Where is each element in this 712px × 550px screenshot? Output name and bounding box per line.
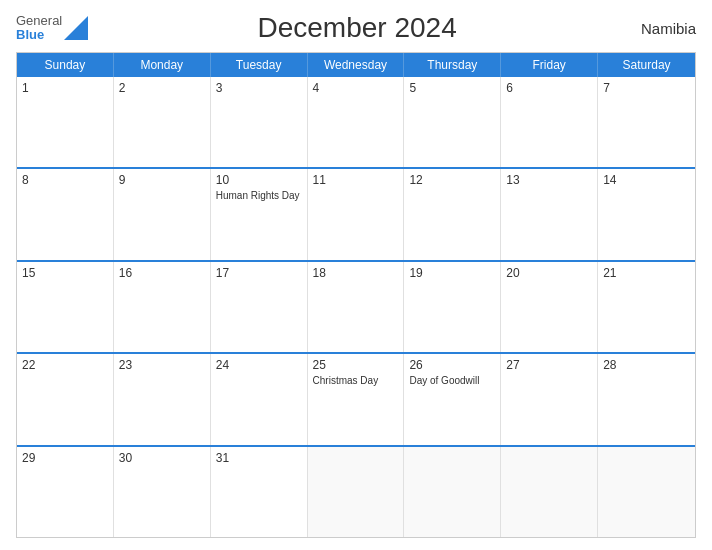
day-cell: 8 [17, 169, 114, 259]
calendar-title: December 2024 [88, 12, 626, 44]
day-cell: 26Day of Goodwill [404, 354, 501, 444]
day-number: 29 [22, 451, 108, 465]
event-text: Day of Goodwill [409, 374, 495, 387]
page: General Blue December 2024 Namibia Sunda… [0, 0, 712, 550]
day-cell: 10Human Rights Day [211, 169, 308, 259]
header: General Blue December 2024 Namibia [16, 12, 696, 44]
day-number: 25 [313, 358, 399, 372]
week-row-4: 22232425Christmas Day26Day of Goodwill27… [17, 352, 695, 444]
day-cell: 24 [211, 354, 308, 444]
day-number: 21 [603, 266, 690, 280]
day-cell: 13 [501, 169, 598, 259]
day-number: 24 [216, 358, 302, 372]
day-cell [404, 447, 501, 537]
day-cell: 17 [211, 262, 308, 352]
day-cell: 16 [114, 262, 211, 352]
day-number: 6 [506, 81, 592, 95]
day-number: 27 [506, 358, 592, 372]
week-row-5: 293031 [17, 445, 695, 537]
day-number: 26 [409, 358, 495, 372]
day-header-monday: Monday [114, 53, 211, 77]
day-cell: 23 [114, 354, 211, 444]
day-cell: 15 [17, 262, 114, 352]
day-cell: 28 [598, 354, 695, 444]
day-cell: 2 [114, 77, 211, 167]
day-header-sunday: Sunday [17, 53, 114, 77]
day-cell: 31 [211, 447, 308, 537]
day-cell: 14 [598, 169, 695, 259]
day-cell: 20 [501, 262, 598, 352]
day-cell [308, 447, 405, 537]
day-number: 11 [313, 173, 399, 187]
day-cell: 18 [308, 262, 405, 352]
logo-blue: Blue [16, 28, 62, 42]
week-row-2: 8910Human Rights Day11121314 [17, 167, 695, 259]
day-number: 3 [216, 81, 302, 95]
day-number: 1 [22, 81, 108, 95]
day-number: 19 [409, 266, 495, 280]
country-label: Namibia [626, 20, 696, 37]
day-number: 8 [22, 173, 108, 187]
day-number: 9 [119, 173, 205, 187]
day-number: 22 [22, 358, 108, 372]
day-number: 17 [216, 266, 302, 280]
day-cell: 1 [17, 77, 114, 167]
day-cell: 12 [404, 169, 501, 259]
day-number: 20 [506, 266, 592, 280]
calendar: SundayMondayTuesdayWednesdayThursdayFrid… [16, 52, 696, 538]
day-number: 5 [409, 81, 495, 95]
logo-text: General Blue [16, 14, 62, 43]
weeks: 12345678910Human Rights Day1112131415161… [17, 77, 695, 537]
logo-icon [64, 16, 88, 40]
day-header-thursday: Thursday [404, 53, 501, 77]
day-number: 2 [119, 81, 205, 95]
day-cell: 9 [114, 169, 211, 259]
week-row-1: 1234567 [17, 77, 695, 167]
day-cell: 7 [598, 77, 695, 167]
logo: General Blue [16, 14, 88, 43]
logo-general: General [16, 14, 62, 28]
day-number: 31 [216, 451, 302, 465]
day-number: 13 [506, 173, 592, 187]
svg-marker-0 [64, 16, 88, 40]
day-number: 30 [119, 451, 205, 465]
day-number: 28 [603, 358, 690, 372]
day-number: 23 [119, 358, 205, 372]
day-cell: 19 [404, 262, 501, 352]
day-header-wednesday: Wednesday [308, 53, 405, 77]
day-number: 15 [22, 266, 108, 280]
day-number: 12 [409, 173, 495, 187]
day-cell: 3 [211, 77, 308, 167]
day-number: 7 [603, 81, 690, 95]
day-cell: 27 [501, 354, 598, 444]
day-number: 4 [313, 81, 399, 95]
day-header-tuesday: Tuesday [211, 53, 308, 77]
day-cell [501, 447, 598, 537]
day-header-friday: Friday [501, 53, 598, 77]
day-header-saturday: Saturday [598, 53, 695, 77]
event-text: Human Rights Day [216, 189, 302, 202]
day-cell: 6 [501, 77, 598, 167]
day-number: 16 [119, 266, 205, 280]
day-cell: 25Christmas Day [308, 354, 405, 444]
day-headers: SundayMondayTuesdayWednesdayThursdayFrid… [17, 53, 695, 77]
day-cell: 4 [308, 77, 405, 167]
day-cell [598, 447, 695, 537]
day-cell: 21 [598, 262, 695, 352]
day-number: 10 [216, 173, 302, 187]
week-row-3: 15161718192021 [17, 260, 695, 352]
day-cell: 29 [17, 447, 114, 537]
day-cell: 30 [114, 447, 211, 537]
day-number: 14 [603, 173, 690, 187]
day-cell: 22 [17, 354, 114, 444]
event-text: Christmas Day [313, 374, 399, 387]
day-number: 18 [313, 266, 399, 280]
day-cell: 11 [308, 169, 405, 259]
day-cell: 5 [404, 77, 501, 167]
